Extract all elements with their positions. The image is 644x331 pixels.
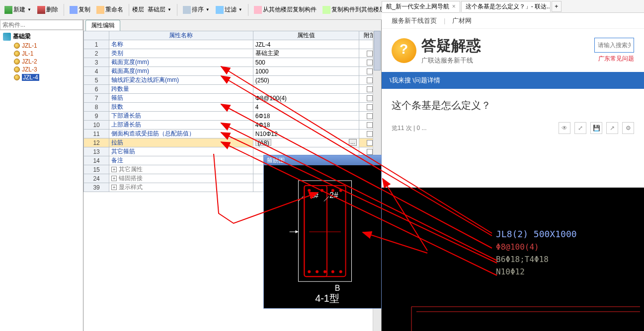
- tree-item[interactable]: JL-1: [0, 50, 83, 58]
- prop-value[interactable]: 500: [253, 58, 359, 67]
- checkbox[interactable]: [367, 51, 373, 57]
- prop-value[interactable]: 4Φ18: [253, 121, 359, 130]
- stirrup-canvas: 1# 2# B 4-1型: [264, 165, 381, 309]
- checkbox[interactable]: [367, 122, 373, 128]
- search-input[interactable]: [0, 20, 83, 30]
- tree-item-label: JL-1: [22, 50, 33, 57]
- browser-tab-1[interactable]: 航_新一代安全上网导航×: [382, 1, 460, 12]
- prop-value[interactable]: (250): [253, 76, 359, 85]
- tree-root[interactable]: 基础梁: [0, 31, 83, 42]
- checkbox[interactable]: [367, 60, 373, 66]
- expand-icon[interactable]: +: [111, 185, 117, 190]
- prop-name: +其它属性: [109, 165, 253, 174]
- browser-tab-2[interactable]: 这个条基是怎么定义？」- 联达...×: [461, 1, 551, 12]
- browser-search-input[interactable]: [594, 38, 634, 53]
- property-row[interactable]: 8肢数4: [84, 103, 381, 112]
- row-number: 3: [84, 58, 109, 67]
- view-icon[interactable]: 👁: [559, 122, 570, 134]
- copy-icon: [70, 6, 78, 14]
- property-row[interactable]: 9下部通长筋6Φ18: [84, 112, 381, 121]
- prop-value[interactable]: (A8)…: [253, 138, 359, 147]
- tree-item[interactable]: JZL-4: [0, 73, 83, 81]
- tb-rename[interactable]: 重命名: [94, 4, 126, 15]
- tab-property-edit[interactable]: 属性编辑: [85, 20, 120, 31]
- prop-value[interactable]: [253, 85, 359, 94]
- prop-value[interactable]: 4: [253, 103, 359, 112]
- property-row[interactable]: 2类别基础主梁: [84, 49, 381, 58]
- tb-new[interactable]: 新建▼: [2, 4, 34, 15]
- prop-value[interactable]: JZL-4: [253, 40, 359, 49]
- svg-rect-0: [298, 181, 351, 281]
- breadcrumb[interactable]: \我来搜 \问题详情: [390, 76, 440, 85]
- checkbox[interactable]: [367, 113, 373, 119]
- svg-line-13: [298, 197, 303, 201]
- property-row[interactable]: 1名称JZL-4: [84, 40, 381, 49]
- meta-text: 览11 次 | 0 ...: [392, 124, 426, 132]
- prop-value[interactable]: 6Φ18: [253, 112, 359, 121]
- close-icon[interactable]: ×: [452, 3, 456, 10]
- prop-value[interactable]: 1000: [253, 67, 359, 76]
- tree-item-label: JZL-4: [22, 74, 39, 81]
- tb-copy[interactable]: 复制: [67, 4, 93, 15]
- new-tab-button[interactable]: +: [552, 1, 562, 12]
- property-row[interactable]: 3截面宽度(mm)500: [84, 58, 381, 67]
- stirrup-label-2: 2#: [329, 191, 338, 199]
- checkbox[interactable]: [367, 77, 373, 83]
- svg-point-6: [339, 189, 342, 192]
- row-number: 7: [84, 94, 109, 103]
- checkbox[interactable]: [367, 104, 373, 110]
- ellipsis-button[interactable]: …: [349, 139, 357, 146]
- link-home[interactable]: 服务新干线首页: [392, 16, 437, 25]
- checkbox[interactable]: [367, 95, 373, 101]
- share-icon[interactable]: ↗: [606, 122, 618, 134]
- property-row[interactable]: 4截面高度(mm)1000: [84, 67, 381, 76]
- tree-item[interactable]: JZL-1: [0, 42, 83, 50]
- tb-copy-to[interactable]: 复制构件到其他楼层: [320, 4, 388, 15]
- property-row[interactable]: 10上部通长筋4Φ18: [84, 121, 381, 130]
- tree-item-label: JZL-1: [22, 42, 37, 49]
- prop-value[interactable]: N10Φ12: [253, 130, 359, 138]
- tb-floor-select[interactable]: 基础层▼: [145, 4, 174, 15]
- checkbox[interactable]: [367, 86, 373, 92]
- rename-icon: [96, 6, 104, 14]
- property-row[interactable]: 11侧面构造或受扭筋（总配筋值）N10Φ12: [84, 130, 381, 138]
- tb-delete[interactable]: 删除: [35, 4, 61, 15]
- question-meta: 览11 次 | 0 ... 👁 ⤢ 💾 ↗ ⚙: [382, 122, 644, 139]
- prop-value[interactable]: 基础主梁: [253, 49, 359, 58]
- property-row[interactable]: 12拉筋(A8)…: [84, 138, 381, 147]
- property-row[interactable]: 7箍筋Φ8@100(4): [84, 94, 381, 103]
- prop-name: 跨数量: [109, 85, 253, 94]
- checkbox[interactable]: [367, 140, 373, 146]
- browser-tabs: 航_新一代安全上网导航× 这个条基是怎么定义？」- 联达...× +: [382, 0, 644, 13]
- prop-value[interactable]: Φ8@100(4): [253, 94, 359, 103]
- checkbox[interactable]: [367, 149, 373, 155]
- row-number: 39: [84, 183, 109, 192]
- filter-icon: [216, 6, 224, 14]
- property-row[interactable]: 6跨数量: [84, 85, 381, 94]
- hot-question[interactable]: 广东常见问题: [598, 55, 634, 63]
- tree-item[interactable]: JZL-3: [0, 66, 83, 73]
- checkbox[interactable]: [367, 131, 373, 137]
- browser-links: 服务新干线首页 | 广材网: [382, 13, 644, 29]
- tb-copy-from[interactable]: 从其他楼层复制构件: [251, 4, 319, 15]
- checkbox[interactable]: [367, 68, 373, 74]
- row-number: 15: [84, 165, 109, 174]
- gear-icon[interactable]: ⚙: [622, 122, 634, 134]
- expand-icon[interactable]: +: [111, 167, 117, 172]
- stirrup-type: 4-1型: [315, 293, 339, 304]
- save-icon[interactable]: 💾: [590, 122, 602, 134]
- tree-item-label: JZL-3: [22, 66, 37, 73]
- svg-text:N10Φ12: N10Φ12: [496, 267, 525, 276]
- cad-viewer[interactable]: JL8(2) 500X1000 Φ8@100(4) B6Φ18;T4Φ18 N1…: [382, 188, 644, 331]
- svg-point-11: [331, 270, 334, 273]
- tb-filter[interactable]: 过滤▼: [213, 4, 245, 15]
- expand-icon[interactable]: ⤢: [574, 122, 586, 134]
- tb-sort[interactable]: 排序▼: [180, 4, 212, 15]
- tree-item[interactable]: JZL-2: [0, 58, 83, 66]
- stirrup-popup: 箍筋图 1# 2# B 4-1型: [263, 155, 382, 309]
- property-row[interactable]: 5轴线距梁左边线距离(mm)(250): [84, 76, 381, 85]
- link-guide[interactable]: 广材网: [452, 16, 472, 25]
- row-number: 11: [84, 130, 109, 138]
- expand-icon[interactable]: +: [111, 176, 117, 181]
- tree-root-label: 基础梁: [13, 32, 31, 41]
